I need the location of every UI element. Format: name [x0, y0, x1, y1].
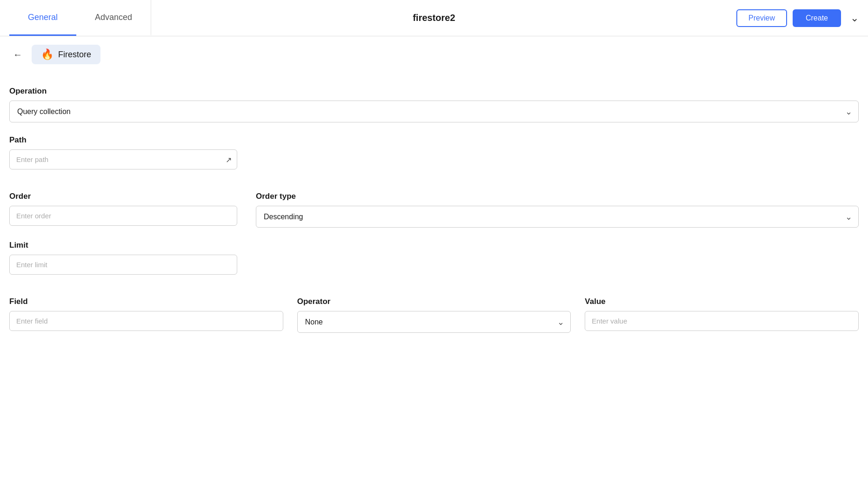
operator-select-wrapper: None == != < <= > >= array-contains ⌄: [297, 311, 571, 333]
create-button[interactable]: Create: [793, 9, 841, 27]
value-col: Value: [585, 288, 859, 331]
operation-select[interactable]: Query collection Get document Add docume…: [9, 101, 859, 122]
order-type-label: Order type: [256, 192, 859, 201]
operator-label: Operator: [297, 297, 571, 306]
operator-col: Operator None == != < <= > >= array-cont…: [297, 288, 571, 333]
field-input[interactable]: [9, 311, 283, 331]
limit-section: Limit: [9, 241, 859, 275]
header: General Advanced firestore2 Preview Crea…: [0, 0, 868, 36]
field-col: Field: [9, 288, 283, 331]
tab-advanced[interactable]: Advanced: [76, 0, 151, 36]
main-content: Operation Query collection Get document …: [0, 73, 868, 351]
order-input[interactable]: [9, 206, 237, 226]
tab-advanced-label: Advanced: [95, 13, 132, 22]
order-type-select[interactable]: Descending Ascending: [256, 206, 859, 228]
header-actions: Preview Create ⌄: [736, 9, 859, 27]
value-input[interactable]: [585, 311, 859, 331]
limit-input-wrapper: [9, 255, 237, 275]
limit-input[interactable]: [9, 255, 237, 275]
order-type-select-wrapper: Descending Ascending ⌄: [256, 206, 859, 228]
path-input[interactable]: [9, 149, 237, 169]
chevron-down-icon[interactable]: ⌄: [850, 12, 859, 24]
limit-label: Limit: [9, 241, 859, 250]
operation-label: Operation: [9, 87, 859, 96]
breadcrumb-badge[interactable]: 🔥 Firestore: [32, 45, 100, 64]
field-label: Field: [9, 297, 283, 306]
external-link-icon[interactable]: ↗︎: [226, 155, 232, 164]
filter-row: Field Operator None == != < <= > >= arra…: [9, 288, 859, 333]
back-arrow-icon: ←: [13, 49, 22, 60]
firestore-icon: 🔥: [41, 48, 53, 61]
preview-button[interactable]: Preview: [736, 9, 787, 27]
breadcrumb-label: Firestore: [58, 50, 91, 60]
order-row: Order Order type Descending Ascending ⌄: [9, 182, 859, 228]
operator-select[interactable]: None == != < <= > >= array-contains: [297, 311, 571, 333]
order-label: Order: [9, 192, 237, 201]
breadcrumb: ← 🔥 Firestore: [0, 36, 868, 73]
value-label: Value: [585, 297, 859, 306]
operation-select-wrapper: Query collection Get document Add docume…: [9, 101, 859, 122]
order-type-col: Order type Descending Ascending ⌄: [256, 182, 859, 228]
page-title: firestore2: [413, 13, 455, 23]
back-button[interactable]: ←: [9, 46, 26, 63]
order-col: Order: [9, 182, 237, 226]
path-label: Path: [9, 135, 859, 145]
path-input-wrapper: ↗︎: [9, 149, 237, 169]
tab-bar: General Advanced: [9, 0, 151, 36]
tab-general-label: General: [28, 13, 58, 22]
tab-general[interactable]: General: [9, 0, 76, 36]
